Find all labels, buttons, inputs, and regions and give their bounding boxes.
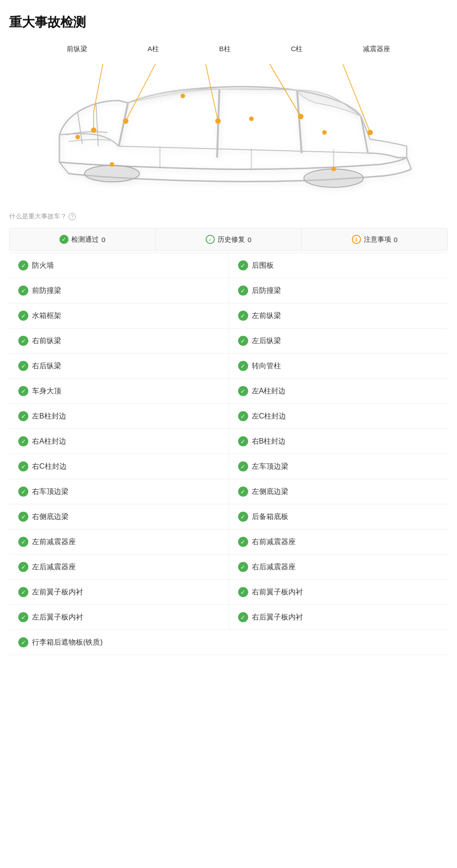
question-icon: ? bbox=[69, 213, 76, 220]
check-icon: ✓ bbox=[18, 311, 28, 321]
label-qianzongliang: 前纵梁 bbox=[67, 45, 87, 53]
svg-point-0 bbox=[85, 165, 139, 182]
check-item-right: ✓转向管柱 bbox=[228, 354, 448, 378]
check-item-left: ✓左后翼子板内衬 bbox=[9, 605, 228, 630]
check-item-right: ✓后防撞梁 bbox=[228, 278, 448, 303]
pass-icon: ✓ bbox=[59, 235, 69, 244]
label-bzhu: B柱 bbox=[219, 45, 231, 53]
check-icon: ✓ bbox=[238, 587, 248, 597]
check-item-right: ✓右后减震器座 bbox=[228, 555, 448, 579]
svg-point-8 bbox=[215, 118, 221, 124]
check-icon: ✓ bbox=[238, 487, 248, 497]
check-icon: ✓ bbox=[238, 411, 248, 421]
svg-point-15 bbox=[331, 167, 336, 171]
check-item-left: ✓左前翼子板内衬 bbox=[9, 580, 228, 604]
item-label: 转向管柱 bbox=[252, 361, 281, 371]
item-label: 左后纵梁 bbox=[252, 336, 281, 346]
table-row: ✓右车顶边梁✓左侧底边梁 bbox=[9, 479, 448, 504]
check-icon: ✓ bbox=[18, 436, 28, 446]
check-icon: ✓ bbox=[18, 260, 28, 270]
check-item-right: ✓右前翼子板内衬 bbox=[228, 580, 448, 604]
table-row: ✓左B柱封边✓左C柱封边 bbox=[9, 404, 448, 429]
item-label: 左前翼子板内衬 bbox=[32, 587, 83, 597]
item-label: 右B柱封边 bbox=[252, 437, 286, 446]
check-item-right: ✓左A柱封边 bbox=[228, 379, 448, 403]
table-row: ✓水箱框架✓左前纵梁 bbox=[9, 303, 448, 328]
check-icon: ✓ bbox=[238, 386, 248, 396]
check-icon: ✓ bbox=[238, 361, 248, 371]
page-container: 重大事故检测 前纵梁 A柱 B柱 C柱 减震器座 bbox=[0, 0, 457, 669]
info-label: 什么是重大事故车？ bbox=[9, 212, 67, 221]
check-item-right: ✓右后翼子板内衬 bbox=[228, 605, 448, 630]
table-row: ✓左后翼子板内衬✓右后翼子板内衬 bbox=[9, 605, 448, 630]
item-label: 后备箱底板 bbox=[252, 512, 288, 522]
check-icon: ✓ bbox=[18, 487, 28, 497]
check-item-right: ✓左后纵梁 bbox=[228, 328, 448, 353]
label-jianzhenqi: 减震器座 bbox=[363, 45, 390, 53]
item-label: 右A柱封边 bbox=[32, 437, 66, 446]
svg-point-14 bbox=[110, 162, 114, 167]
item-label: 左车顶边梁 bbox=[252, 462, 288, 471]
svg-point-6 bbox=[123, 118, 128, 124]
check-item-left: ✓右后纵梁 bbox=[9, 354, 228, 378]
svg-point-1 bbox=[304, 169, 363, 187]
summary-bar: ✓ 检测通过 0 ✓ 历史修复 0 i 注意事项 0 bbox=[9, 228, 448, 251]
svg-line-7 bbox=[206, 64, 218, 121]
check-item-right: ✓右B柱封边 bbox=[228, 429, 448, 454]
repair-count: 0 bbox=[248, 236, 251, 243]
diagram-labels: 前纵梁 A柱 B柱 C柱 减震器座 bbox=[9, 45, 448, 53]
table-row: ✓防火墙✓后围板 bbox=[9, 253, 448, 278]
check-item-left: ✓右C柱封边 bbox=[9, 454, 228, 479]
svg-point-10 bbox=[298, 114, 303, 119]
check-item-right: ✓左侧底边梁 bbox=[228, 479, 448, 504]
item-label: 右后纵梁 bbox=[32, 361, 61, 371]
check-icon: ✓ bbox=[238, 512, 248, 522]
check-icon: ✓ bbox=[18, 537, 28, 547]
check-icon: ✓ bbox=[18, 461, 28, 471]
check-icon: ✓ bbox=[238, 612, 248, 622]
check-item-left: ✓左前减震器座 bbox=[9, 529, 228, 554]
pass-label: 检测通过 bbox=[71, 235, 99, 244]
table-row: ✓右A柱封边✓右B柱封边 bbox=[9, 429, 448, 454]
svg-line-3 bbox=[94, 64, 103, 112]
item-label: 右前减震器座 bbox=[252, 537, 296, 547]
table-row: ✓前防撞梁✓后防撞梁 bbox=[9, 278, 448, 303]
items-table: ✓防火墙✓后围板✓前防撞梁✓后防撞梁✓水箱框架✓左前纵梁✓右前纵梁✓左后纵梁✓右… bbox=[9, 253, 448, 655]
item-label: 左后翼子板内衬 bbox=[32, 613, 83, 622]
item-label: 防火墙 bbox=[32, 261, 54, 270]
page-title: 重大事故检测 bbox=[9, 14, 448, 31]
notice-count: 0 bbox=[394, 236, 398, 243]
check-item-left: ✓前防撞梁 bbox=[9, 278, 228, 303]
check-icon: ✓ bbox=[18, 587, 28, 597]
item-label: 左B柱封边 bbox=[32, 412, 66, 421]
svg-point-16 bbox=[249, 116, 254, 121]
check-icon: ✓ bbox=[18, 386, 28, 396]
table-row: ✓右前纵梁✓左后纵梁 bbox=[9, 328, 448, 354]
item-label: 右车顶边梁 bbox=[32, 487, 69, 497]
check-item-left: ✓右车顶边梁 bbox=[9, 479, 228, 504]
summary-notice: i 注意事项 0 bbox=[301, 228, 447, 250]
repair-icon: ✓ bbox=[206, 235, 215, 244]
check-item-right: ✓后备箱底板 bbox=[228, 504, 448, 529]
check-item-right: ✓右前减震器座 bbox=[228, 529, 448, 554]
check-item-left: ✓左B柱封边 bbox=[9, 404, 228, 429]
table-row: ✓右后纵梁✓转向管柱 bbox=[9, 354, 448, 379]
svg-point-4 bbox=[91, 127, 96, 133]
item-label: 左前减震器座 bbox=[32, 537, 76, 547]
table-row: ✓右C柱封边✓左车顶边梁 bbox=[9, 454, 448, 479]
item-label: 左后减震器座 bbox=[32, 562, 76, 572]
check-item-left: ✓水箱框架 bbox=[9, 303, 228, 328]
check-icon: ✓ bbox=[238, 260, 248, 270]
item-label: 前防撞梁 bbox=[32, 286, 61, 296]
check-item-left: ✓车身大顶 bbox=[9, 379, 228, 403]
notice-icon: i bbox=[352, 235, 361, 244]
car-diagram: 前纵梁 A柱 B柱 C柱 减震器座 bbox=[9, 45, 448, 203]
check-item-right: ✓左车顶边梁 bbox=[228, 454, 448, 479]
item-label: 后防撞梁 bbox=[252, 286, 281, 296]
item-label: 右后减震器座 bbox=[252, 562, 296, 572]
item-label: 右C柱封边 bbox=[32, 462, 67, 471]
check-icon: ✓ bbox=[18, 512, 28, 522]
check-icon: ✓ bbox=[18, 411, 28, 421]
check-icon: ✓ bbox=[238, 286, 248, 296]
item-label: 右前纵梁 bbox=[32, 336, 61, 346]
